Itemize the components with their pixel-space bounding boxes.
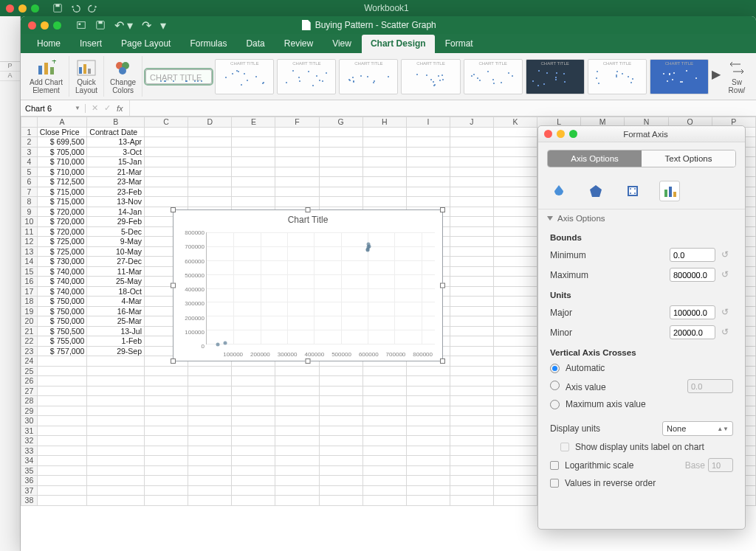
cell[interactable] [87, 436, 145, 446]
tab-insert[interactable]: Insert [71, 35, 111, 53]
cell[interactable] [37, 356, 87, 367]
cell[interactable] [144, 485, 188, 496]
cell[interactable] [493, 316, 537, 327]
change-colors-button[interactable]: Change Colors [104, 56, 142, 97]
cell[interactable]: 13-Jul [87, 326, 145, 336]
cell[interactable] [493, 376, 537, 387]
embedded-chart[interactable]: Chart Title 0100000200000300000400000500… [173, 209, 443, 361]
cell[interactable] [493, 436, 537, 446]
cell[interactable] [406, 476, 450, 486]
cell[interactable]: $ 750,500 [37, 326, 87, 336]
cell[interactable] [450, 147, 493, 157]
cell[interactable] [232, 485, 275, 496]
cell[interactable] [37, 386, 87, 396]
cell[interactable] [87, 386, 145, 396]
cell[interactable] [362, 157, 406, 167]
cell[interactable] [319, 436, 362, 446]
cell[interactable] [37, 485, 87, 496]
cell[interactable] [493, 465, 537, 476]
cell[interactable] [275, 485, 319, 496]
cell[interactable]: 10-May [87, 246, 145, 257]
cell[interactable] [493, 187, 537, 197]
cell[interactable] [232, 426, 275, 436]
cell[interactable] [275, 406, 319, 416]
cell[interactable] [319, 376, 362, 387]
column-header[interactable]: E [232, 117, 275, 128]
segment-axis-options[interactable]: Axis Options [548, 150, 642, 167]
resize-handle[interactable] [171, 358, 176, 364]
cell[interactable] [493, 137, 537, 148]
qa-customize-icon[interactable]: ▾ [160, 18, 166, 32]
major-input[interactable] [670, 305, 715, 319]
cell[interactable] [188, 366, 232, 376]
cell[interactable] [406, 366, 450, 376]
cell[interactable] [450, 346, 493, 356]
cell[interactable] [87, 426, 145, 436]
cell[interactable]: $ 740,000 [37, 286, 87, 297]
cell[interactable] [275, 137, 319, 148]
radio-automatic[interactable] [550, 364, 560, 373]
cell[interactable] [144, 416, 188, 426]
cell[interactable] [275, 456, 319, 466]
accept-formula-icon[interactable]: ✓ [104, 103, 111, 113]
row-header[interactable]: 29 [21, 406, 38, 416]
cell[interactable] [450, 356, 493, 367]
parent-quick-access[interactable] [45, 3, 106, 13]
cell[interactable] [275, 147, 319, 157]
row-header[interactable]: 33 [21, 446, 38, 456]
cell[interactable] [362, 386, 406, 396]
cell[interactable] [232, 436, 275, 446]
gallery-more-button[interactable]: ▶ [712, 56, 721, 91]
cell[interactable] [232, 396, 275, 406]
cell[interactable] [450, 297, 493, 307]
cell[interactable]: 16-Mar [87, 306, 145, 316]
quick-access-toolbar[interactable]: ↶ ▾ ↷ ▾ [69, 18, 173, 32]
chart-styles-gallery[interactable]: CHART TITLECHART TITLECHART TITLECHART T… [142, 56, 712, 97]
cell[interactable]: $ 710,000 [37, 167, 87, 177]
cell[interactable] [144, 197, 188, 207]
cell[interactable] [362, 465, 406, 476]
row-header[interactable]: 22 [21, 336, 38, 347]
cell[interactable] [319, 396, 362, 406]
cell[interactable]: 25-May [87, 277, 145, 287]
minor-input[interactable] [670, 325, 715, 339]
reverse-order-checkbox[interactable] [550, 479, 559, 488]
pane-segment-control[interactable]: Axis Options Text Options [547, 150, 736, 167]
chart-style-thumb[interactable]: CHART TITLE [526, 59, 585, 94]
chart-style-thumb[interactable]: CHART TITLE [588, 59, 647, 94]
tab-formulas[interactable]: Formulas [181, 35, 236, 53]
cell[interactable] [319, 446, 362, 456]
cell[interactable]: 15-Jan [87, 157, 145, 167]
row-header[interactable]: 6 [21, 177, 38, 187]
cell[interactable] [493, 485, 537, 496]
column-header[interactable]: B [87, 117, 145, 128]
cell[interactable] [37, 456, 87, 466]
cell[interactable] [406, 376, 450, 387]
cell[interactable] [406, 406, 450, 416]
cell[interactable] [144, 426, 188, 436]
chart-style-thumb[interactable]: CHART TITLE [277, 59, 336, 94]
cell[interactable] [232, 456, 275, 466]
cell[interactable] [319, 167, 362, 177]
cell[interactable] [493, 127, 537, 137]
cell[interactable] [493, 346, 537, 356]
row-header[interactable]: 31 [21, 426, 38, 436]
cell[interactable] [450, 187, 493, 197]
cell[interactable] [319, 406, 362, 416]
resize-handle[interactable] [440, 207, 445, 212]
cell[interactable] [406, 416, 450, 426]
row-header[interactable]: 17 [21, 286, 38, 297]
cell[interactable] [87, 456, 145, 466]
cell[interactable] [493, 147, 537, 157]
row-header[interactable]: 34 [21, 456, 38, 466]
minimize-icon[interactable] [41, 21, 49, 30]
cell[interactable] [406, 446, 450, 456]
chart-style-thumb[interactable]: CHART TITLE [145, 69, 212, 84]
cell[interactable] [493, 406, 537, 416]
cell[interactable] [232, 376, 275, 387]
cell[interactable] [493, 207, 537, 217]
cell[interactable] [450, 237, 493, 247]
cell[interactable] [37, 366, 87, 376]
cell[interactable] [188, 416, 232, 426]
cell[interactable]: 23-Mar [87, 177, 145, 187]
